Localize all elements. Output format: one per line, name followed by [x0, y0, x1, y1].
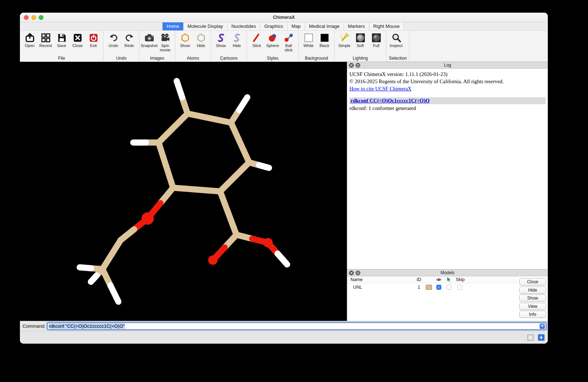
- toolbar-button-background-white[interactable]: White: [301, 32, 316, 48]
- status-bar: [20, 331, 548, 344]
- zoom-window-button[interactable]: [39, 15, 43, 20]
- log-titlebar: Log: [347, 62, 548, 69]
- rapid-command-lightning-icon[interactable]: [538, 334, 545, 341]
- model-shown-checkbox[interactable]: ✓: [436, 285, 441, 290]
- stick-icon: [252, 33, 262, 43]
- log-content: UCSF ChimeraX version: 1.11.1 (2026-01-2…: [347, 69, 548, 269]
- molecule-model[interactable]: [20, 62, 347, 321]
- toolbar-button-file-exit[interactable]: Exit: [86, 32, 101, 48]
- toolbar-group-label: Atoms: [178, 55, 208, 61]
- graphics-viewport[interactable]: [20, 62, 347, 321]
- toolbar-group-label: Background: [301, 55, 332, 61]
- toolbar-button-file-save[interactable]: Save: [54, 32, 69, 48]
- toolbar-button-label: Inspect: [390, 43, 402, 48]
- toolbar-button-selection-inspect[interactable]: Inspect: [389, 32, 403, 48]
- white-square-icon: [303, 33, 314, 43]
- redo-icon: [124, 33, 135, 43]
- models-hide-button[interactable]: Hide: [519, 286, 546, 294]
- model-skip-checkbox[interactable]: [457, 285, 462, 290]
- toolbar-button-file-recent[interactable]: Recent: [38, 32, 53, 48]
- toolbar-button-label: Hide: [197, 43, 205, 48]
- models-buttons: Close Hide Show View Info: [517, 276, 548, 321]
- log-undock-icon[interactable]: [356, 63, 360, 68]
- toolbar-button-lighting-simple[interactable]: Simple: [337, 32, 352, 48]
- toolbar-button-styles-sphere[interactable]: Sphere: [265, 32, 280, 48]
- toolbar-button-label: Recent: [39, 43, 52, 48]
- models-show-button[interactable]: Show: [519, 294, 546, 302]
- models-panel-title: Models: [441, 270, 455, 275]
- tab-medical-image[interactable]: Medical Image: [305, 22, 344, 30]
- toolbar-button-atoms-hide[interactable]: Hide: [194, 32, 208, 48]
- soft-sphere-icon: [355, 33, 366, 43]
- toolbar-group-atoms: ShowHideAtoms: [175, 31, 211, 61]
- toolbar-group-selection: InspectSelection: [386, 31, 410, 61]
- toolbar-button-label: Spin movie: [158, 43, 172, 52]
- models-close-icon[interactable]: [349, 271, 354, 275]
- tab-map[interactable]: Map: [287, 22, 305, 30]
- atoms-show-icon: [180, 33, 190, 43]
- toolbar-button-undo-undo[interactable]: Undo: [106, 32, 121, 48]
- ribbon: OpenRecentSaveCloseExitFileUndoRedoUndoS…: [20, 31, 548, 62]
- toolbar-button-label: Close: [72, 43, 83, 48]
- log-copyright-line: © 2016-2025 Regents of the University of…: [349, 78, 546, 85]
- models-undock-icon[interactable]: [356, 271, 360, 275]
- toolbar-button-label: Stick: [252, 43, 261, 48]
- log-close-icon[interactable]: [349, 63, 354, 68]
- minimize-window-button[interactable]: [32, 15, 36, 20]
- toolbar-button-background-black[interactable]: Black: [317, 32, 332, 48]
- right-panel: Log UCSF ChimeraX version: 1.11.1 (2026-…: [347, 62, 548, 321]
- toolbar-button-styles-stick[interactable]: Stick: [249, 32, 264, 48]
- toolbar-button-file-open[interactable]: Open: [22, 32, 37, 48]
- toolbar-button-lighting-full[interactable]: Full: [369, 32, 383, 48]
- tab-right-mouse[interactable]: Right Mouse: [369, 22, 404, 30]
- tab-graphics[interactable]: Graphics: [260, 22, 287, 30]
- toolbar-group-background: WhiteBlackBackground: [299, 31, 335, 61]
- tab-markers[interactable]: Markers: [344, 22, 369, 30]
- command-input-value: rdkconf "CC(=O)Oc1ccccc1C(=O)O": [49, 323, 125, 329]
- window-titlebar[interactable]: ChimeraX: [20, 13, 548, 22]
- undo-icon: [108, 33, 119, 43]
- tab-nucleotides[interactable]: Nucleotides: [227, 22, 260, 30]
- cite-chimerax-link[interactable]: How to cite UCSF ChimeraX: [349, 86, 412, 92]
- toolbar-group-label: Cartoons: [214, 55, 244, 61]
- toolbar-group-label: Selection: [389, 55, 407, 61]
- models-titlebar: Models: [347, 269, 548, 276]
- toolbar-button-label: Ball stick: [281, 43, 296, 52]
- models-close-button[interactable]: Close: [519, 278, 546, 285]
- command-history-dropdown-icon[interactable]: ▾: [539, 323, 545, 329]
- log-result-line: rdkconf: 1 conformer generated: [349, 105, 546, 111]
- toolbar-button-atoms-show[interactable]: Show: [178, 32, 192, 48]
- log-command-link[interactable]: rdkconf CC(=O)Oc1ccccc1C(=O)O: [350, 98, 429, 103]
- model-color-swatch[interactable]: [426, 285, 432, 290]
- toolbar-button-label: Show: [216, 43, 226, 48]
- command-input[interactable]: rdkconf "CC(=O)Oc1ccccc1C(=O)O" ▾: [47, 323, 546, 330]
- toolbar-button-label: Show: [180, 43, 190, 48]
- command-row: Command: rdkconf "CC(=O)Oc1ccccc1C(=O)O"…: [20, 321, 548, 331]
- toolbar-button-images-spin-movie[interactable]: Spin movie: [158, 32, 172, 52]
- toolbar-button-images-snapshot[interactable]: Snapshot: [142, 32, 156, 48]
- toolbar-group-label: Styles: [249, 55, 296, 61]
- toolbar-group-images: SnapshotSpin movieImages: [139, 31, 175, 61]
- toolbar-button-label: Simple: [338, 43, 350, 48]
- toolbar-button-styles-ball-stick[interactable]: Ball stick: [281, 32, 296, 52]
- toolbar-button-label: Undo: [109, 43, 118, 48]
- toolbar-button-file-close[interactable]: Close: [70, 32, 85, 48]
- tab-molecule-display[interactable]: Molecule Display: [184, 22, 227, 30]
- open-icon: [25, 33, 35, 43]
- chimerax-window: ChimeraX HomeMolecule DisplayNucleotides…: [20, 13, 548, 344]
- close-window-button[interactable]: [24, 15, 29, 20]
- toolbar-button-label: Hide: [233, 43, 241, 48]
- toolbar-button-undo-redo[interactable]: Redo: [122, 32, 136, 48]
- selection-mode-icon[interactable]: [527, 334, 534, 341]
- models-header-row: Name ID Skip: [347, 276, 517, 283]
- model-selected-checkbox[interactable]: [446, 285, 452, 290]
- toolbar-button-lighting-soft[interactable]: Soft: [353, 32, 368, 48]
- toolbar-button-label: Snapshot: [141, 43, 158, 48]
- model-row[interactable]: UNL 1 ✓: [347, 283, 517, 291]
- models-info-button[interactable]: Info: [519, 311, 546, 318]
- toolbar-button-cartoons-hide[interactable]: Hide: [230, 32, 244, 48]
- models-view-button[interactable]: View: [519, 303, 546, 310]
- tab-home[interactable]: Home: [162, 22, 184, 30]
- save-icon: [56, 33, 67, 43]
- toolbar-button-cartoons-show[interactable]: Show: [214, 32, 228, 48]
